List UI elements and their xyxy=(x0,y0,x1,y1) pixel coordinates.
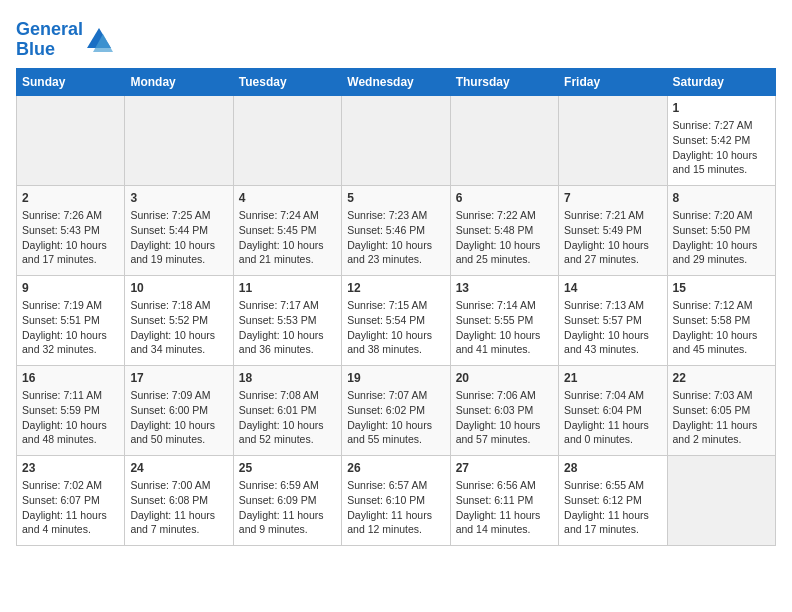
day-number: 23 xyxy=(22,460,119,477)
calendar-cell: 20Sunrise: 7:06 AMSunset: 6:03 PMDayligh… xyxy=(450,365,558,455)
day-info: Daylight: 10 hours and 32 minutes. xyxy=(22,328,119,357)
calendar-cell: 19Sunrise: 7:07 AMSunset: 6:02 PMDayligh… xyxy=(342,365,450,455)
day-number: 18 xyxy=(239,370,336,387)
day-info: Sunset: 6:03 PM xyxy=(456,403,553,418)
day-info: Daylight: 10 hours and 21 minutes. xyxy=(239,238,336,267)
day-number: 8 xyxy=(673,190,770,207)
calendar-week-4: 16Sunrise: 7:11 AMSunset: 5:59 PMDayligh… xyxy=(17,365,776,455)
day-number: 13 xyxy=(456,280,553,297)
day-info: Sunset: 6:05 PM xyxy=(673,403,770,418)
day-number: 9 xyxy=(22,280,119,297)
day-info: Sunrise: 7:12 AM xyxy=(673,298,770,313)
day-info: Sunset: 5:49 PM xyxy=(564,223,661,238)
col-header-monday: Monday xyxy=(125,68,233,95)
calendar-cell: 23Sunrise: 7:02 AMSunset: 6:07 PMDayligh… xyxy=(17,455,125,545)
day-info: Sunset: 5:45 PM xyxy=(239,223,336,238)
day-info: Daylight: 10 hours and 41 minutes. xyxy=(456,328,553,357)
day-info: Sunset: 5:46 PM xyxy=(347,223,444,238)
day-info: Sunrise: 7:18 AM xyxy=(130,298,227,313)
calendar-cell xyxy=(233,95,341,185)
day-info: Sunset: 6:04 PM xyxy=(564,403,661,418)
day-info: Sunrise: 6:56 AM xyxy=(456,478,553,493)
calendar-cell: 26Sunrise: 6:57 AMSunset: 6:10 PMDayligh… xyxy=(342,455,450,545)
day-info: Sunset: 6:09 PM xyxy=(239,493,336,508)
calendar-week-3: 9Sunrise: 7:19 AMSunset: 5:51 PMDaylight… xyxy=(17,275,776,365)
day-info: Sunset: 5:48 PM xyxy=(456,223,553,238)
day-info: Daylight: 10 hours and 57 minutes. xyxy=(456,418,553,447)
day-info: Sunset: 5:52 PM xyxy=(130,313,227,328)
day-info: Sunrise: 6:59 AM xyxy=(239,478,336,493)
day-info: Sunrise: 7:09 AM xyxy=(130,388,227,403)
calendar-cell: 17Sunrise: 7:09 AMSunset: 6:00 PMDayligh… xyxy=(125,365,233,455)
day-info: Sunrise: 7:03 AM xyxy=(673,388,770,403)
calendar-cell xyxy=(450,95,558,185)
col-header-thursday: Thursday xyxy=(450,68,558,95)
col-header-tuesday: Tuesday xyxy=(233,68,341,95)
day-info: Daylight: 10 hours and 25 minutes. xyxy=(456,238,553,267)
calendar-cell xyxy=(17,95,125,185)
day-info: Sunrise: 7:21 AM xyxy=(564,208,661,223)
day-info: Daylight: 10 hours and 45 minutes. xyxy=(673,328,770,357)
day-number: 28 xyxy=(564,460,661,477)
day-info: Sunrise: 6:57 AM xyxy=(347,478,444,493)
col-header-sunday: Sunday xyxy=(17,68,125,95)
day-info: Sunset: 5:53 PM xyxy=(239,313,336,328)
day-info: Sunset: 6:08 PM xyxy=(130,493,227,508)
calendar-cell: 25Sunrise: 6:59 AMSunset: 6:09 PMDayligh… xyxy=(233,455,341,545)
day-number: 4 xyxy=(239,190,336,207)
col-header-saturday: Saturday xyxy=(667,68,775,95)
day-info: Daylight: 11 hours and 2 minutes. xyxy=(673,418,770,447)
day-number: 6 xyxy=(456,190,553,207)
day-info: Sunrise: 7:06 AM xyxy=(456,388,553,403)
day-number: 5 xyxy=(347,190,444,207)
day-info: Sunset: 5:42 PM xyxy=(673,133,770,148)
day-number: 17 xyxy=(130,370,227,387)
calendar-cell: 7Sunrise: 7:21 AMSunset: 5:49 PMDaylight… xyxy=(559,185,667,275)
day-info: Sunset: 5:57 PM xyxy=(564,313,661,328)
day-number: 22 xyxy=(673,370,770,387)
day-info: Sunrise: 7:15 AM xyxy=(347,298,444,313)
day-info: Daylight: 10 hours and 50 minutes. xyxy=(130,418,227,447)
logo-text: General Blue xyxy=(16,20,83,60)
day-number: 1 xyxy=(673,100,770,117)
calendar-cell: 13Sunrise: 7:14 AMSunset: 5:55 PMDayligh… xyxy=(450,275,558,365)
calendar-cell: 10Sunrise: 7:18 AMSunset: 5:52 PMDayligh… xyxy=(125,275,233,365)
calendar-cell: 18Sunrise: 7:08 AMSunset: 6:01 PMDayligh… xyxy=(233,365,341,455)
calendar-cell: 6Sunrise: 7:22 AMSunset: 5:48 PMDaylight… xyxy=(450,185,558,275)
day-info: Sunset: 6:11 PM xyxy=(456,493,553,508)
day-info: Daylight: 11 hours and 7 minutes. xyxy=(130,508,227,537)
calendar-cell: 3Sunrise: 7:25 AMSunset: 5:44 PMDaylight… xyxy=(125,185,233,275)
day-info: Sunset: 6:01 PM xyxy=(239,403,336,418)
day-info: Daylight: 10 hours and 17 minutes. xyxy=(22,238,119,267)
day-info: Daylight: 10 hours and 27 minutes. xyxy=(564,238,661,267)
day-number: 25 xyxy=(239,460,336,477)
day-number: 11 xyxy=(239,280,336,297)
calendar-cell xyxy=(667,455,775,545)
day-number: 14 xyxy=(564,280,661,297)
day-info: Sunrise: 7:22 AM xyxy=(456,208,553,223)
day-info: Sunset: 5:51 PM xyxy=(22,313,119,328)
calendar-cell: 8Sunrise: 7:20 AMSunset: 5:50 PMDaylight… xyxy=(667,185,775,275)
calendar-cell: 15Sunrise: 7:12 AMSunset: 5:58 PMDayligh… xyxy=(667,275,775,365)
day-info: Daylight: 10 hours and 38 minutes. xyxy=(347,328,444,357)
calendar-cell: 16Sunrise: 7:11 AMSunset: 5:59 PMDayligh… xyxy=(17,365,125,455)
day-info: Daylight: 10 hours and 34 minutes. xyxy=(130,328,227,357)
day-info: Sunset: 5:44 PM xyxy=(130,223,227,238)
page-header: General Blue xyxy=(16,16,776,60)
calendar-cell: 11Sunrise: 7:17 AMSunset: 5:53 PMDayligh… xyxy=(233,275,341,365)
day-info: Sunrise: 7:02 AM xyxy=(22,478,119,493)
day-info: Sunrise: 7:20 AM xyxy=(673,208,770,223)
day-number: 27 xyxy=(456,460,553,477)
day-info: Sunrise: 7:00 AM xyxy=(130,478,227,493)
day-number: 12 xyxy=(347,280,444,297)
day-info: Sunset: 5:54 PM xyxy=(347,313,444,328)
day-info: Sunset: 6:02 PM xyxy=(347,403,444,418)
calendar-cell: 28Sunrise: 6:55 AMSunset: 6:12 PMDayligh… xyxy=(559,455,667,545)
calendar-cell: 4Sunrise: 7:24 AMSunset: 5:45 PMDaylight… xyxy=(233,185,341,275)
day-info: Daylight: 11 hours and 0 minutes. xyxy=(564,418,661,447)
day-info: Daylight: 10 hours and 29 minutes. xyxy=(673,238,770,267)
day-info: Sunrise: 7:19 AM xyxy=(22,298,119,313)
day-info: Sunrise: 7:11 AM xyxy=(22,388,119,403)
day-number: 10 xyxy=(130,280,227,297)
day-info: Sunrise: 7:14 AM xyxy=(456,298,553,313)
